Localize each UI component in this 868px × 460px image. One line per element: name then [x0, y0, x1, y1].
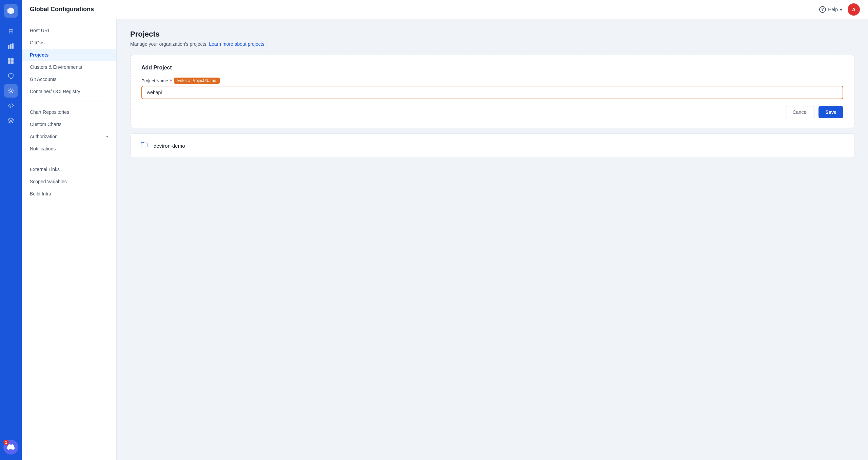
nav-icon-grid[interactable]: ⊞	[4, 24, 18, 38]
project-name-group: Project Name * Enter a Project Name	[141, 78, 843, 99]
svg-rect-2	[10, 44, 12, 49]
form-actions: Cancel Save	[141, 106, 843, 118]
nav-icon-code[interactable]	[4, 99, 18, 112]
svg-rect-1	[8, 45, 9, 49]
sidebar-item-clusters[interactable]: Clusters & Environments	[22, 61, 116, 73]
sidebar-item-custom-charts[interactable]: Custom Charts	[22, 118, 116, 130]
main-area: Global Configurations ? Help ▾ A Host UR…	[22, 0, 868, 460]
save-button[interactable]: Save	[818, 106, 843, 118]
sidebar-item-gitops[interactable]: GitOps	[22, 37, 116, 49]
sidebar-item-host-url[interactable]: Host URL	[22, 24, 116, 37]
main-content: Projects Manage your organization's proj…	[117, 19, 868, 460]
authorization-chevron-icon: ▾	[106, 134, 108, 139]
sidebar-item-authorization[interactable]: Authorization ▾	[22, 130, 116, 143]
sidebar-item-build-infra[interactable]: Build Infra	[22, 188, 116, 200]
header-right: ? Help ▾ A	[819, 3, 860, 16]
project-name-input[interactable]	[141, 86, 843, 99]
discord-button[interactable]: 1	[3, 440, 18, 455]
sidebar-item-external-links[interactable]: External Links	[22, 163, 116, 175]
content-area: Host URL GitOps Projects Clusters & Envi…	[22, 19, 868, 460]
cancel-button[interactable]: Cancel	[786, 106, 815, 118]
project-name-label: Project Name * Enter a Project Name	[141, 78, 843, 84]
sidebar-item-projects[interactable]: Projects	[22, 49, 116, 61]
nav-sidebar: Host URL GitOps Projects Clusters & Envi…	[22, 19, 117, 460]
sidebar-item-container-registry[interactable]: Container/ OCI Registry	[22, 85, 116, 98]
top-header: Global Configurations ? Help ▾ A	[22, 0, 868, 19]
svg-rect-6	[8, 61, 11, 64]
project-name: devtron-demo	[154, 143, 185, 149]
nav-divider-2	[30, 159, 108, 159]
learn-more-link[interactable]: Learn more about projects.	[209, 41, 265, 47]
nav-divider-1	[30, 102, 108, 102]
project-item[interactable]: devtron-demo	[130, 133, 854, 158]
field-tooltip: Enter a Project Name	[174, 78, 220, 84]
nav-icon-chart[interactable]	[4, 39, 18, 53]
section-title: Projects	[130, 30, 854, 39]
discord-notification-badge: 1	[3, 440, 9, 445]
svg-marker-0	[7, 7, 14, 14]
icon-sidebar: ⊞	[0, 0, 22, 460]
project-folder-icon	[140, 141, 148, 151]
nav-icon-layers[interactable]	[4, 114, 18, 127]
sidebar-item-git-accounts[interactable]: Git Accounts	[22, 73, 116, 85]
page-title: Global Configurations	[30, 6, 94, 13]
section-desc: Manage your organization's projects. Lea…	[130, 41, 854, 47]
help-chevron-icon: ▾	[840, 7, 842, 12]
sidebar-item-chart-repositories[interactable]: Chart Repositories	[22, 106, 116, 118]
sidebar-item-scoped-variables[interactable]: Scoped Variables	[22, 175, 116, 188]
help-icon: ?	[819, 6, 826, 13]
app-logo[interactable]	[4, 4, 18, 18]
help-button[interactable]: ? Help ▾	[819, 6, 842, 13]
svg-rect-7	[11, 61, 14, 64]
svg-rect-3	[12, 43, 14, 49]
svg-rect-5	[11, 58, 14, 61]
help-label: Help	[828, 7, 838, 12]
sidebar-item-notifications[interactable]: Notifications	[22, 143, 116, 155]
svg-rect-4	[8, 58, 11, 61]
svg-point-8	[10, 90, 12, 92]
nav-icon-security[interactable]	[4, 69, 18, 83]
add-project-title: Add Project	[141, 65, 843, 71]
add-project-card: Add Project Project Name * Enter a Proje…	[130, 55, 854, 128]
nav-icon-apps[interactable]	[4, 54, 18, 68]
nav-icon-settings[interactable]	[4, 84, 18, 98]
required-indicator: *	[170, 78, 172, 83]
avatar[interactable]: A	[848, 3, 860, 16]
